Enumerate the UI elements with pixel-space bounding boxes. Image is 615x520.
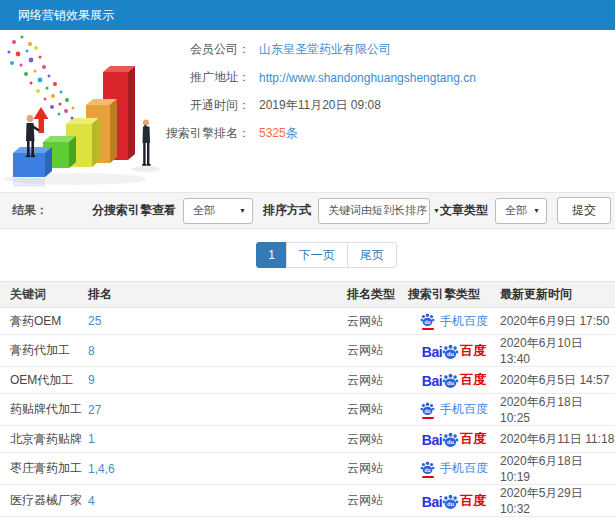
rank-link[interactable]: 1 [88,432,95,446]
keyword-cell: 膏药OEM [0,308,88,335]
updated-column-header: 最新更新时间 [500,282,615,308]
open-time-label: 开通时间： [0,97,250,114]
sort-select[interactable]: 关键词由短到长排序 ▼ [318,198,430,224]
paw-underline [422,328,434,330]
promo-url-link[interactable]: http://www.shandonghuangshengtang.cn [259,71,476,85]
article-type-select-value: 全部 [505,203,527,218]
page-title: 网络营销效果展示 [18,7,114,24]
mobile-baidu-logo: du手机百度 [420,312,488,330]
promo-url-label: 推广地址： [0,69,250,86]
engine-type-cell: du手机百度 [408,517,500,520]
baidu-cn-wordmark: 百度 [460,371,486,389]
svg-text:du: du [424,408,430,413]
rank-type-cell: 云网站 [347,394,408,426]
baidu-paw-icon: du [442,372,459,389]
svg-text:du: du [424,320,430,325]
mobile-baidu-logo: du手机百度 [420,401,488,419]
baidu-logo: Baidu百度 [422,430,486,448]
engine-select[interactable]: 全部 ▼ [183,198,253,224]
updated-time-cell: 2020年6月10日 13:40 [500,335,615,367]
rank-type-cell: 云网站 [347,485,408,517]
baidu-paw-icon: du [420,460,435,475]
rank-type-cell: 云网站 [347,335,408,367]
engine-type-cell: du手机百度 [408,308,500,335]
rank-cell: 1,4,6 [88,453,347,485]
table-header-row: 关键词 排名 排名类型 搜索引擎类型 最新更新时间 [0,282,615,308]
svg-text:du: du [447,439,454,445]
updated-time-cell: 2020年5月29日 10:32 [500,485,615,517]
company-link[interactable]: 山东皇圣堂药业有限公司 [259,41,391,58]
svg-text:du: du [447,380,454,386]
baidu-logo: Baidu百度 [422,492,486,510]
baidu-paw-icon-box: du [420,401,435,419]
submit-button[interactable]: 提交 [557,197,611,224]
baidu-wordmark: Bai [422,344,442,360]
rank-link[interactable]: 1,4,6 [88,462,115,476]
info-row-rank-count: 搜索引擎排名： 5325条 [0,120,615,147]
pagination-wrap: 1 下一页 尾页 [0,229,615,281]
table-row: 药贴牌代加工27云网站du手机百度2020年6月18日 10:25 [0,394,615,426]
page-header: 网络营销效果展示 [0,0,615,30]
updated-time-cell: 2020年6月18日 10:25 [500,394,615,426]
rank-type-cell: 云网站 [347,367,408,394]
mobile-baidu-logo: du手机百度 [420,460,488,478]
info-row-url: 推广地址： http://www.shandonghuangshengtang.… [0,64,615,91]
rank-count-number: 5325 [259,126,286,140]
rank-count-value: 5325条 [259,125,298,142]
marketing-report-page: { "title": "网络营销效果展示", "info": { "rows":… [0,0,615,520]
engine-filter-label: 分搜索引擎查看 [92,202,176,219]
baidu-paw-icon: du [442,493,459,510]
mobile-baidu-label: 手机百度 [440,460,488,477]
rank-cell: 17 [88,517,347,520]
rank-link[interactable]: 27 [88,403,101,417]
rank-type-cell: 云网站 [347,453,408,485]
results-table-body: 膏药OEM25云网站du手机百度2020年6月9日 17:50膏药代加工8云网站… [0,308,615,520]
table-row: 膏药代加工8云网站Baidu百度2020年6月10日 13:40 [0,335,615,367]
baidu-wordmark: Bai [422,494,442,510]
table-row: 北京膏药贴牌1云网站Baidu百度2020年6月11日 11:18 [0,426,615,453]
rank-type-cell: 云网站 [347,426,408,453]
info-row-company: 会员公司： 山东皇圣堂药业有限公司 [0,36,615,63]
article-type-select[interactable]: 全部 ▼ [495,198,547,224]
filter-controls: 分搜索引擎查看 全部 ▼ 排序方式 关键词由短到长排序 ▼ 文章类型 全部 ▼ … [82,197,611,224]
svg-text:du: du [447,501,454,507]
rank-link[interactable]: 8 [88,344,95,358]
keyword-cell: OEM代加工 [0,367,88,394]
baidu-paw-icon: du [420,312,435,327]
rank-count-label: 搜索引擎排名： [0,125,250,142]
rank-count-suffix[interactable]: 条 [286,126,298,140]
last-page-button[interactable]: 尾页 [347,242,397,268]
keyword-cell: 膏药代加工 [0,335,88,367]
engine-type-cell: du手机百度 [408,453,500,485]
rank-link[interactable]: 9 [88,373,95,387]
sort-filter-label: 排序方式 [263,202,311,219]
rank-cell: 25 [88,308,347,335]
rank-link[interactable]: 4 [88,494,95,508]
baidu-paw-icon: du [420,401,435,416]
baidu-cn-wordmark: 百度 [460,492,486,510]
open-time-value: 2019年11月20日 09:08 [259,97,381,114]
updated-time-cell: 2020年6月11日 11:18 [500,426,615,453]
info-rows: 会员公司： 山东皇圣堂药业有限公司 推广地址： http://www.shand… [0,36,615,148]
baidu-wordmark: Bai [422,432,442,448]
mobile-baidu-label: 手机百度 [440,313,488,330]
rank-cell: 9 [88,367,347,394]
keyword-cell: 北京膏药贴牌 [0,426,88,453]
engine-type-cell: Baidu百度 [408,426,500,453]
article-type-label: 文章类型 [440,202,488,219]
next-page-button[interactable]: 下一页 [286,242,348,268]
table-row: 医疗器械厂家4云网站Baidu百度2020年5月29日 10:32 [0,485,615,517]
rank-type-column-header: 排名类型 [347,282,408,308]
table-row: OEM代加工9云网站Baidu百度2020年6月5日 14:57 [0,367,615,394]
page-1-button[interactable]: 1 [256,242,287,268]
baidu-paw-icon-box: du [420,312,435,330]
rank-link[interactable]: 25 [88,314,101,328]
engine-column-header: 搜索引擎类型 [408,282,500,308]
svg-text:du: du [447,351,454,357]
svg-text:du: du [424,467,430,472]
keyword-column-header: 关键词 [0,282,88,308]
rank-cell: 27 [88,394,347,426]
keyword-cell: 枣庄膏药加工 [0,453,88,485]
rank-type-cell: 云网站 [347,517,408,520]
engine-type-cell: du手机百度 [408,394,500,426]
